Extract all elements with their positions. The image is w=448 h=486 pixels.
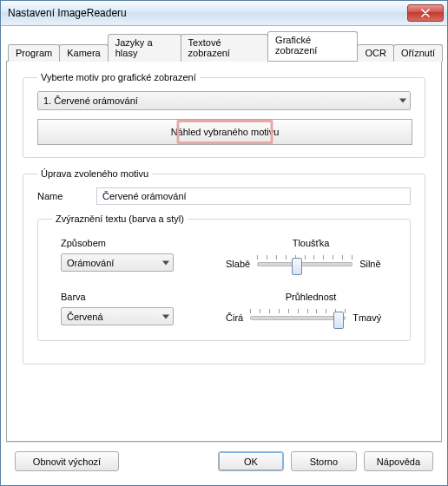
chevron-down-icon: [399, 99, 406, 103]
thickness-min-label: Slabě: [226, 259, 250, 269]
tab-strip: Program Kamera Jazyky a hlasy Textové zo…: [6, 31, 442, 62]
method-combo[interactable]: Orámování: [61, 253, 174, 272]
highlight-grid: Způsobem Orámování Tloušťka Slabě: [52, 233, 396, 328]
motive-combo-value: 1. Červené orámování: [43, 95, 138, 106]
preview-motive-button[interactable]: Náhled vybraného motivu: [37, 119, 412, 145]
chevron-down-icon: [162, 260, 169, 265]
highlight-annotation: [177, 120, 273, 144]
opacity-min-label: Čirá: [226, 312, 243, 323]
motive-combo[interactable]: 1. Červené orámování: [37, 91, 411, 110]
opacity-cell: Průhlednost Čirá Tmavý: [226, 292, 396, 328]
tab-program[interactable]: Program: [8, 44, 60, 62]
help-button[interactable]: Nápověda: [364, 451, 433, 471]
motive-legend: Vyberte motiv pro grafické zobrazení: [37, 72, 200, 82]
highlight-style-group: Zvýraznění textu (barva a styl) Způsobem…: [37, 213, 411, 341]
opacity-max-label: Tmavý: [352, 312, 381, 323]
opacity-slider[interactable]: [250, 307, 346, 328]
edit-motive-legend: Úprava zvoleného motivu: [37, 168, 152, 179]
thickness-label: Tloušťka: [226, 238, 396, 248]
tab-graficke[interactable]: Grafické zobrazení: [267, 31, 358, 61]
tab-jazyky[interactable]: Jazyky a hlasy: [108, 34, 181, 62]
tab-oriznuti[interactable]: Oříznutí: [393, 44, 443, 62]
name-input[interactable]: [96, 187, 411, 205]
titlebar: Nastavení ImageReaderu: [1, 1, 447, 26]
color-combo[interactable]: Červená: [61, 307, 174, 325]
close-button[interactable]: [407, 4, 444, 22]
cancel-button[interactable]: Storno: [291, 451, 357, 471]
method-combo-value: Orámování: [67, 258, 114, 268]
tab-page-graficke: Vyberte motiv pro grafické zobrazení 1. …: [6, 62, 442, 442]
preview-motive-label: Náhled vybraného motivu: [168, 125, 283, 139]
color-cell: Barva Červená: [61, 292, 208, 328]
settings-window: Nastavení ImageReaderu Program Kamera Ja…: [0, 0, 448, 486]
highlight-style-legend: Zvýraznění textu (barva a styl): [52, 213, 188, 224]
opacity-label: Průhlednost: [226, 292, 396, 302]
name-row: Name: [37, 187, 411, 205]
window-title: Nastavení ImageReaderu: [8, 7, 407, 19]
method-cell: Způsobem Orámování: [61, 238, 208, 274]
color-combo-value: Červená: [67, 312, 103, 322]
thickness-slider-wrap: Slabě Silně: [226, 253, 396, 274]
ok-button[interactable]: OK: [218, 451, 284, 471]
method-label: Způsobem: [61, 238, 208, 248]
edit-motive-group: Úprava zvoleného motivu Name Zvýraznění …: [23, 168, 425, 364]
close-icon: [421, 9, 430, 17]
dialog-footer: Obnovit výchozí OK Storno Nápověda: [6, 442, 442, 480]
thickness-cell: Tloušťka Slabě Silně: [226, 238, 396, 274]
thickness-slider[interactable]: [257, 253, 352, 274]
color-label: Barva: [61, 292, 208, 302]
thickness-max-label: Silně: [359, 259, 380, 269]
motive-group: Vyberte motiv pro grafické zobrazení 1. …: [23, 72, 425, 158]
chevron-down-icon: [162, 314, 169, 319]
client-area: Program Kamera Jazyky a hlasy Textové zo…: [1, 26, 447, 485]
restore-defaults-button[interactable]: Obnovit výchozí: [15, 451, 119, 471]
tab-ocr[interactable]: OCR: [357, 44, 393, 62]
tab-textove[interactable]: Textové zobrazení: [181, 34, 268, 62]
tab-kamera[interactable]: Kamera: [59, 44, 109, 62]
name-label: Name: [37, 191, 89, 201]
opacity-slider-wrap: Čirá Tmavý: [226, 307, 396, 328]
